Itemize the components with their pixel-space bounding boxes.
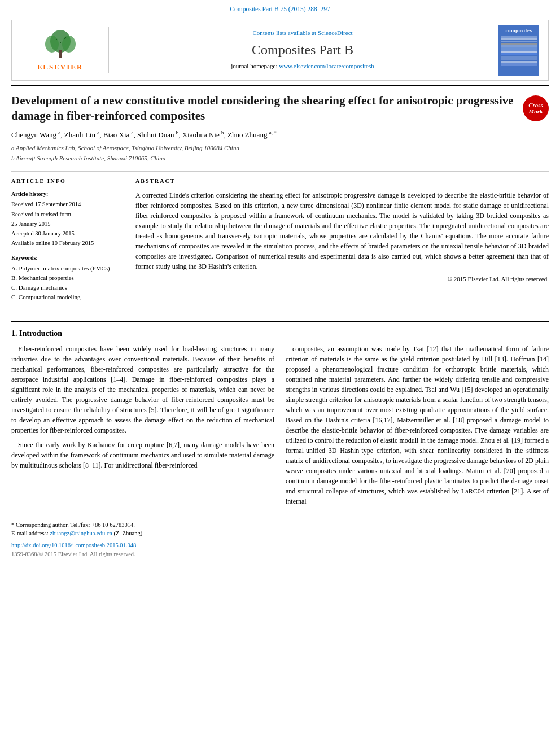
abstract-text: A corrected Linde's criterion considerin…: [135, 190, 549, 272]
authors-line: Chengyu Wang a, Zhanli Liu a, Biao Xia a…: [11, 129, 549, 141]
intro-right-paragraph-1: composites, an assumption was made by Ts…: [286, 344, 549, 506]
keywords-block: Keywords: A. Polymer–matrix composites (…: [11, 254, 124, 302]
copyright-line: © 2015 Elsevier Ltd. All rights reserved…: [135, 275, 549, 284]
sciencedirect-link[interactable]: Contents lists available at ScienceDirec…: [116, 29, 489, 38]
revised-date: 25 January 2015: [11, 220, 124, 228]
author-xiaohua: Xiaohua Nie: [182, 131, 220, 139]
history-label: Article history:: [11, 190, 124, 199]
affiliation-a: a Applied Mechanics Lab, School of Aeros…: [11, 144, 549, 153]
email-label: E-mail address:: [11, 530, 49, 536]
intro-number: 1.: [11, 329, 19, 338]
article-title: Development of a new constitutive model …: [11, 93, 514, 124]
intro-paragraph-1: Fiber-reinforced composites have been wi…: [11, 344, 274, 435]
journal-title-area: Contents lists available at ScienceDirec…: [116, 29, 489, 71]
affiliation-b: b Aircraft Strength Research Institute, …: [11, 154, 549, 163]
article-info-abstract-section: ARTICLE INFO Article history: Received 1…: [11, 171, 549, 302]
author-biao: Biao Xia: [103, 131, 130, 139]
intro-paragraph-2: Since the early work by Kachanov for cre…: [11, 440, 274, 470]
cover-journal-name: composites: [506, 27, 532, 34]
intro-body: Fiber-reinforced composites have been wi…: [11, 344, 549, 511]
footnote-area: * Corresponding author. Tel./fax: +86 10…: [11, 517, 549, 538]
cover-decoration: [501, 36, 537, 67]
received-date: Received 17 September 2014: [11, 200, 124, 208]
scidir-prefix: Contents lists available at: [252, 29, 317, 36]
journal-header: ELSEVIER Contents lists available at Sci…: [11, 20, 549, 81]
journal-name: Composites Part B: [116, 40, 489, 60]
received-revised-label: Received in revised form: [11, 210, 124, 219]
author-zhuo: Zhuo Zhuang: [228, 131, 267, 139]
article-container: Development of a new constitutive model …: [0, 93, 560, 558]
email-line: E-mail address: zhuangz@tsinghua.edu.cn …: [11, 529, 549, 538]
publisher-logo-area: ELSEVIER: [19, 27, 109, 73]
available-date: Available online 10 February 2015: [11, 239, 124, 247]
keyword-b: B. Mechanical properties: [11, 274, 124, 283]
homepage-url[interactable]: www.elsevier.com/locate/compositesb: [279, 63, 374, 69]
section-divider: [11, 312, 549, 312]
scidir-anchor[interactable]: ScienceDirect: [318, 29, 353, 36]
intro-heading: 1. Introduction: [11, 328, 549, 339]
crossmark-icon: CrossMark: [528, 102, 543, 115]
journal-ref-link[interactable]: Composites Part B 75 (2015) 288–297: [230, 6, 330, 12]
article-info-label: ARTICLE INFO: [11, 177, 124, 186]
svg-point-2: [45, 36, 59, 53]
journal-reference: Composites Part B 75 (2015) 288–297: [0, 0, 560, 16]
crossmark-badge[interactable]: CrossMark: [523, 95, 549, 121]
author-chengyu: Chengyu Wang: [11, 131, 56, 139]
homepage-label: journal homepage:: [231, 63, 277, 69]
article-info-column: ARTICLE INFO Article history: Received 1…: [11, 177, 124, 302]
abstract-label: ABSTRACT: [135, 177, 549, 186]
elsevier-tree-icon: [38, 27, 83, 61]
keyword-c2: C. Computational modeling: [11, 293, 124, 302]
accepted-date: Accepted 30 January 2015: [11, 229, 124, 238]
issn-line: 1359-8368/© 2015 Elsevier Ltd. All right…: [11, 550, 549, 558]
doi-line[interactable]: http://dx.doi.org/10.1016/j.compositesb.…: [11, 541, 549, 549]
intro-right-col: composites, an assumption was made by Ts…: [286, 344, 549, 511]
keywords-label: Keywords:: [11, 254, 124, 263]
svg-rect-4: [59, 50, 62, 58]
keyword-c: C. Damage mechanics: [11, 283, 124, 292]
homepage-line: journal homepage: www.elsevier.com/locat…: [116, 62, 489, 71]
email-link[interactable]: zhuangz@tsinghua.edu.cn: [50, 530, 112, 536]
svg-point-3: [62, 36, 76, 53]
author-shihui: Shihui Duan: [137, 131, 174, 139]
intro-title: Introduction: [19, 329, 62, 338]
corresponding-author: * Corresponding author. Tel./fax: +86 10…: [11, 521, 549, 529]
elsevier-logo: ELSEVIER: [37, 27, 84, 73]
article-history: Article history: Received 17 September 2…: [11, 190, 124, 248]
introduction-section: 1. Introduction Fiber-reinforced composi…: [11, 321, 549, 511]
author-zhanli: Zhanli Liu: [64, 131, 95, 139]
intro-left-col: Fiber-reinforced composites have been wi…: [11, 344, 274, 511]
journal-cover-area: composites: [496, 25, 541, 76]
email-person: (Z. Zhuang).: [113, 530, 143, 536]
article-title-block: Development of a new constitutive model …: [11, 93, 549, 124]
journal-cover: composites: [498, 25, 539, 76]
header-divider: [11, 85, 549, 86]
abstract-column: ABSTRACT A corrected Linde's criterion c…: [135, 177, 549, 302]
elsevier-wordmark: ELSEVIER: [37, 62, 84, 73]
keyword-a: A. Polymer–matrix composites (PMCs): [11, 264, 124, 273]
